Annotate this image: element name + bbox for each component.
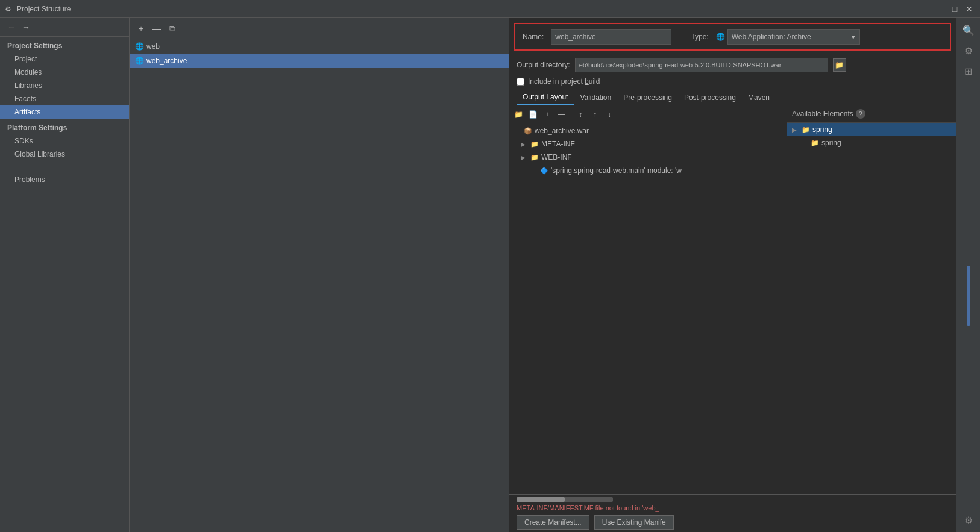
module-icon: 🔷 bbox=[539, 166, 549, 175]
create-manifest-button[interactable]: Create Manifest... bbox=[517, 515, 589, 530]
type-label: Type: bbox=[691, 33, 708, 41]
output-dir-label: Output directory: bbox=[517, 61, 570, 69]
artifact-tree: 🌐 web 🌐 web_archive bbox=[130, 39, 509, 532]
remove-artifact-button[interactable]: — bbox=[150, 22, 163, 35]
arrow-icon: ▶ bbox=[521, 154, 528, 161]
forward-button[interactable]: → bbox=[19, 20, 33, 34]
struct-up-btn[interactable]: ↑ bbox=[588, 108, 602, 121]
spring-folder-icon: 📁 bbox=[801, 125, 811, 134]
scroll-indicator bbox=[967, 266, 970, 326]
avail-item-spring[interactable]: 📁 spring bbox=[787, 136, 956, 149]
sidebar-item-facets[interactable]: Facets bbox=[0, 92, 129, 105]
content-area: 📁 📄 + — ↕ ↑ ↓ 📦 web_archive.war bbox=[509, 105, 956, 494]
type-select-wrapper: 🌐 Web Application: Archive bbox=[716, 29, 860, 45]
gear-sidebar-button[interactable]: ⚙ bbox=[959, 41, 978, 60]
sidebar-item-artifacts[interactable]: Artifacts bbox=[0, 105, 129, 119]
struct-file-btn[interactable]: 📄 bbox=[526, 108, 539, 121]
right-panel: Name: Type: 🌐 Web Application: Archive O… bbox=[509, 18, 956, 532]
type-icon: 🌐 bbox=[716, 33, 725, 41]
app-icon: ⚙ bbox=[5, 5, 13, 13]
bottom-buttons: Create Manifest... Use Existing Manife bbox=[517, 515, 949, 530]
sidebar: ← → Project Settings Project Modules Lib… bbox=[0, 18, 130, 532]
title-bar: ⚙ Project Structure — □ ✕ bbox=[0, 0, 980, 18]
tab-validation[interactable]: Validation bbox=[574, 91, 617, 104]
project-settings-section: Project Settings bbox=[0, 37, 129, 52]
tab-maven[interactable]: Maven bbox=[742, 91, 776, 104]
tab-pre-processing[interactable]: Pre-processing bbox=[617, 91, 678, 104]
title-bar-left: ⚙ Project Structure bbox=[5, 5, 71, 13]
struct-add-btn[interactable]: + bbox=[541, 108, 554, 121]
include-build-checkbox[interactable] bbox=[517, 78, 524, 86]
sidebar-item-project[interactable]: Project bbox=[0, 52, 129, 66]
window-title: Project Structure bbox=[17, 5, 71, 13]
web-inf-folder-icon: 📁 bbox=[530, 152, 539, 162]
close-button[interactable]: ✕ bbox=[963, 3, 975, 15]
copy-artifact-button[interactable]: ⧉ bbox=[166, 22, 179, 35]
type-select[interactable]: Web Application: Archive bbox=[727, 29, 860, 45]
spring-icon: 📁 bbox=[810, 138, 820, 148]
web-archive-icon: 🌐 bbox=[134, 56, 144, 66]
tabs-row: Output Layout Validation Pre-processing … bbox=[509, 88, 956, 105]
avail-item-spring-folder[interactable]: ▶ 📁 spring bbox=[787, 123, 956, 136]
scrollbar[interactable] bbox=[517, 497, 613, 502]
grid-sidebar-button[interactable]: ⊞ bbox=[959, 61, 978, 81]
artifact-web-archive[interactable]: 🌐 web_archive bbox=[130, 54, 509, 68]
tab-output-layout[interactable]: Output Layout bbox=[517, 90, 574, 105]
sidebar-item-problems[interactable]: Problems bbox=[0, 173, 129, 186]
artifact-web[interactable]: 🌐 web bbox=[130, 39, 509, 54]
main-container: ← → Project Settings Project Modules Lib… bbox=[0, 18, 980, 532]
structure-toolbar: 📁 📄 + — ↕ ↑ ↓ bbox=[509, 105, 787, 124]
sidebar-item-sdks[interactable]: SDKs bbox=[0, 134, 129, 148]
meta-inf-folder-icon: 📁 bbox=[530, 139, 539, 149]
name-label: Name: bbox=[523, 33, 544, 41]
use-existing-button[interactable]: Use Existing Manife bbox=[594, 515, 674, 530]
struct-remove-btn[interactable]: — bbox=[555, 108, 568, 121]
right-sidebar: 🔍 ⚙ ⊞ ⚙ bbox=[956, 18, 980, 532]
status-text: META-INF/MANIFEST.MF file not found in '… bbox=[517, 504, 949, 512]
output-dir-input[interactable] bbox=[575, 58, 828, 72]
struct-down-btn[interactable]: ↓ bbox=[603, 108, 616, 121]
center-panel: + — ⧉ 🌐 web 🌐 web_archive bbox=[130, 18, 509, 532]
scrollbar-thumb bbox=[517, 497, 565, 502]
separator bbox=[571, 110, 571, 119]
tab-post-processing[interactable]: Post-processing bbox=[678, 91, 742, 104]
struct-folder-btn[interactable]: 📁 bbox=[512, 108, 525, 121]
sidebar-item-libraries[interactable]: Libraries bbox=[0, 79, 129, 92]
platform-settings-section: Platform Settings bbox=[0, 119, 129, 134]
sidebar-item-modules[interactable]: Modules bbox=[0, 66, 129, 79]
title-bar-controls: — □ ✕ bbox=[934, 3, 975, 15]
sidebar-item-global-libraries[interactable]: Global Libraries bbox=[0, 148, 129, 161]
maximize-button[interactable]: □ bbox=[949, 3, 961, 15]
name-input[interactable] bbox=[551, 29, 671, 45]
artifact-structure: 📁 📄 + — ↕ ↑ ↓ 📦 web_archive.war bbox=[509, 105, 787, 494]
bottom-area: META-INF/MANIFEST.MF file not found in '… bbox=[509, 494, 956, 532]
tree-meta-inf[interactable]: ▶ 📁 META-INF bbox=[509, 137, 787, 151]
browse-dir-button[interactable]: 📁 bbox=[833, 58, 846, 72]
arrow-icon: ▶ bbox=[521, 141, 528, 148]
bottom-gear-button[interactable]: ⚙ bbox=[959, 510, 978, 530]
minimize-button[interactable]: — bbox=[934, 3, 946, 15]
back-button[interactable]: ← bbox=[5, 20, 18, 34]
include-build-row: Include in project build bbox=[509, 75, 956, 88]
name-type-row: Name: Type: 🌐 Web Application: Archive bbox=[514, 23, 951, 51]
web-icon: 🌐 bbox=[134, 42, 144, 51]
tree-war-file[interactable]: 📦 web_archive.war bbox=[509, 124, 787, 137]
center-toolbar: + — ⧉ bbox=[130, 18, 509, 39]
include-build-label: Include in project build bbox=[528, 77, 600, 86]
available-elements-panel: Available Elements ? ▶ 📁 spring 📁 spring bbox=[787, 105, 956, 494]
struct-sort-btn[interactable]: ↕ bbox=[574, 108, 587, 121]
add-artifact-button[interactable]: + bbox=[134, 22, 148, 35]
search-sidebar-button[interactable]: 🔍 bbox=[959, 20, 978, 40]
war-icon: 📦 bbox=[523, 126, 533, 136]
arrow-icon: ▶ bbox=[792, 127, 799, 133]
available-elements-header: Available Elements ? bbox=[787, 105, 956, 123]
help-icon[interactable]: ? bbox=[856, 109, 865, 119]
tree-module[interactable]: 🔷 'spring.spring-read-web.main' module: … bbox=[509, 164, 787, 177]
output-dir-row: Output directory: 📁 bbox=[509, 55, 956, 75]
tree-web-inf[interactable]: ▶ 📁 WEB-INF bbox=[509, 151, 787, 164]
nav-arrows: ← → bbox=[0, 18, 129, 37]
